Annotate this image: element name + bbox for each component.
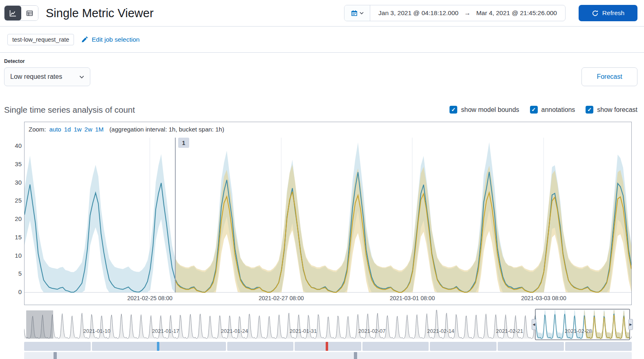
annotation-badge-label: 1 xyxy=(182,140,186,146)
brush-handle-right[interactable]: ▶ xyxy=(628,319,633,330)
forecast-band xyxy=(175,165,631,292)
context-x-axis-label: 2021-02-14 xyxy=(427,328,454,334)
edit-job-selection-label: Edit job selection xyxy=(92,36,139,43)
y-axis-label: 10 xyxy=(2,252,22,259)
single-metric-viewer-page: Single Metric Viewer Jan 3, 2021 @ 04:18… xyxy=(0,0,644,359)
analysis-row: Single time series analysis of count ✓sh… xyxy=(0,94,644,122)
checkbox-show-forecast[interactable]: ✓show forecast xyxy=(586,106,637,114)
checkbox-label: annotations xyxy=(541,106,575,114)
date-arrow-icon: → xyxy=(464,9,471,17)
edit-job-selection-link[interactable]: Edit job selection xyxy=(81,36,139,43)
context-x-axis-label: 2021-01-24 xyxy=(221,328,248,334)
checkbox-checked-icon: ✓ xyxy=(530,106,538,114)
table-icon xyxy=(26,10,33,17)
checkbox-show-model-bounds[interactable]: ✓show model bounds xyxy=(449,106,519,114)
y-axis-label: 25 xyxy=(2,197,22,204)
zoom-option-1M[interactable]: 1M xyxy=(95,126,104,133)
x-axis-label: 2021-03-01 08:00 xyxy=(390,295,435,301)
annotation-rail-segment[interactable] xyxy=(24,342,91,351)
annotation-marker[interactable] xyxy=(157,342,159,351)
context-chart[interactable]: 2021-01-102021-01-172021-01-242021-01-31… xyxy=(24,309,632,341)
annotation-rail-segment[interactable] xyxy=(227,342,294,351)
checkbox-label: show forecast xyxy=(597,106,637,114)
y-axis-label: 0 xyxy=(2,288,22,295)
detector-select[interactable]: Low request rates xyxy=(4,67,90,86)
y-axis-label: 35 xyxy=(2,161,22,167)
detector-row: Detector Low request rates Forecast xyxy=(0,53,644,94)
y-axis-label: 20 xyxy=(2,215,22,222)
y-axis-label: 30 xyxy=(2,179,22,186)
pencil-icon xyxy=(81,36,88,43)
analysis-heading: Single time series analysis of count xyxy=(4,105,135,115)
y-axis-label: 15 xyxy=(2,234,22,241)
chart-options: ✓show model bounds✓annotations✓show fore… xyxy=(449,106,637,114)
main-chart[interactable]: Zoom: auto1d1w2w1M (aggregation interval… xyxy=(24,122,632,305)
context-x-axis-label: 2021-01-10 xyxy=(83,328,111,334)
chart-view-button[interactable] xyxy=(4,6,21,20)
annotation-marker-secondary[interactable] xyxy=(54,352,57,359)
annotation-marker[interactable] xyxy=(326,342,328,351)
header: Single Metric Viewer Jan 3, 2021 @ 04:18… xyxy=(0,0,644,26)
job-selection-row: test-low_request_rate Edit job selection xyxy=(0,27,644,52)
job-badge: test-low_request_rate xyxy=(7,34,74,45)
date-range: Jan 3, 2021 @ 04:18:12.000 → Mar 4, 2021… xyxy=(370,5,565,21)
detector-selected-value: Low request rates xyxy=(10,73,62,80)
annotation-marker-secondary[interactable] xyxy=(354,352,357,359)
main-chart-svg: 12021-02-25 08:002021-02-27 08:002021-03… xyxy=(25,122,631,305)
refresh-button-label: Refresh xyxy=(602,9,624,17)
page-title: Single Metric Viewer xyxy=(46,7,154,20)
context-x-axis-label: 2021-02-21 xyxy=(496,328,523,334)
checkbox-annotations[interactable]: ✓annotations xyxy=(530,106,575,114)
zoom-option-1w[interactable]: 1w xyxy=(74,126,81,133)
detector-label: Detector xyxy=(4,58,90,64)
forecast-button[interactable]: Forecast xyxy=(581,67,637,86)
annotations-rail[interactable] xyxy=(24,342,632,351)
annotation-rail-segment[interactable] xyxy=(565,342,632,351)
y-axis-label: 40 xyxy=(2,142,22,149)
context-x-axis-label: 2021-02-07 xyxy=(358,328,386,334)
context-x-axis-label: 2021-01-31 xyxy=(290,328,317,334)
date-range-picker: Jan 3, 2021 @ 04:18:12.000 → Mar 4, 2021… xyxy=(344,5,566,21)
refresh-icon xyxy=(592,10,599,17)
annotation-rail-segment[interactable] xyxy=(498,342,564,351)
line-chart-icon xyxy=(9,10,16,17)
annotation-rail-segment[interactable] xyxy=(362,342,429,351)
start-date-button[interactable]: Jan 3, 2021 @ 04:18:12.000 xyxy=(378,9,458,17)
zoom-label: Zoom: xyxy=(29,126,46,133)
checkbox-checked-icon: ✓ xyxy=(449,106,457,114)
x-axis-label: 2021-03-03 08:00 xyxy=(521,295,566,301)
context-x-axis-label: 2021-02-28 xyxy=(565,328,592,334)
checkbox-label: show model bounds xyxy=(461,106,519,114)
annotation-rail-segment[interactable] xyxy=(159,342,226,351)
context-annotation-block xyxy=(26,310,53,339)
chart-area: 0510152025303540 Zoom: auto1d1w2w1M (agg… xyxy=(24,122,632,359)
chevron-down-icon xyxy=(79,76,84,78)
brush-handle-left[interactable]: ◀ xyxy=(532,319,536,330)
refresh-button[interactable]: Refresh xyxy=(579,5,637,21)
y-axis-label: 5 xyxy=(2,270,22,277)
zoom-option-1d[interactable]: 1d xyxy=(64,126,71,133)
zoom-option-auto[interactable]: auto xyxy=(49,126,61,133)
annotations-rail-secondary[interactable] xyxy=(24,352,632,359)
x-axis-label: 2021-02-25 08:00 xyxy=(127,295,172,301)
context-x-axis-label: 2021-01-17 xyxy=(152,328,179,334)
calendar-icon xyxy=(351,10,358,16)
x-axis-label: 2021-02-27 08:00 xyxy=(259,295,304,301)
view-toggle-group xyxy=(4,5,38,21)
annotation-rail-segment[interactable] xyxy=(92,342,159,351)
table-view-button[interactable] xyxy=(21,6,38,20)
zoom-option-2w[interactable]: 2w xyxy=(85,126,92,133)
zoom-controls: Zoom: auto1d1w2w1M (aggregation interval… xyxy=(29,126,224,133)
checkbox-checked-icon: ✓ xyxy=(586,106,593,114)
chevron-down-icon xyxy=(360,12,364,14)
end-date-button[interactable]: Mar 4, 2021 @ 21:45:26.000 xyxy=(476,9,557,17)
annotation-rail-segment[interactable] xyxy=(430,342,496,351)
quick-select-menu[interactable] xyxy=(344,5,370,21)
aggregation-note: (aggregation interval: 1h, bucket span: … xyxy=(110,126,224,133)
context-chart-svg: 2021-01-102021-01-172021-01-242021-01-31… xyxy=(24,309,632,341)
